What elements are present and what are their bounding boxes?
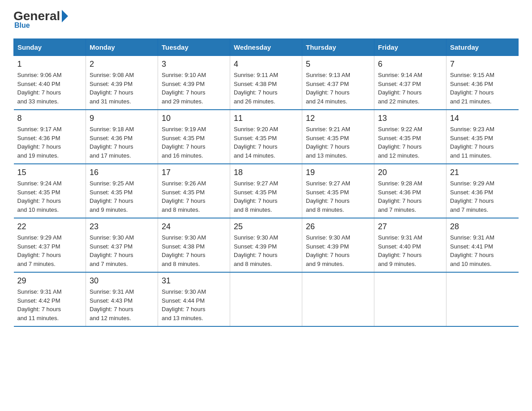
day-info: Sunrise: 9:26 AMSunset: 4:35 PMDaylight:… xyxy=(162,179,226,214)
calendar-day-cell: 3Sunrise: 9:10 AMSunset: 4:39 PMDaylight… xyxy=(158,56,230,110)
calendar-day-cell: 17Sunrise: 9:26 AMSunset: 4:35 PMDayligh… xyxy=(158,164,230,218)
calendar-day-cell: 15Sunrise: 9:24 AMSunset: 4:35 PMDayligh… xyxy=(14,164,86,218)
day-info: Sunrise: 9:31 AMSunset: 4:40 PMDaylight:… xyxy=(378,233,442,268)
day-info: Sunrise: 9:19 AMSunset: 4:35 PMDaylight:… xyxy=(162,125,226,160)
day-number: 20 xyxy=(378,168,442,177)
calendar-day-cell: 6Sunrise: 9:14 AMSunset: 4:37 PMDaylight… xyxy=(374,56,446,110)
day-number: 29 xyxy=(17,276,82,286)
day-number: 14 xyxy=(450,114,515,123)
day-info: Sunrise: 9:31 AMSunset: 4:43 PMDaylight:… xyxy=(90,287,154,322)
day-info: Sunrise: 9:30 AMSunset: 4:39 PMDaylight:… xyxy=(234,233,298,268)
calendar-day-cell: 21Sunrise: 9:29 AMSunset: 4:36 PMDayligh… xyxy=(446,164,519,218)
calendar-week-row: 29Sunrise: 9:31 AMSunset: 4:42 PMDayligh… xyxy=(14,272,519,326)
day-number: 6 xyxy=(378,60,442,69)
calendar-day-cell: 30Sunrise: 9:31 AMSunset: 4:43 PMDayligh… xyxy=(86,272,158,326)
day-info: Sunrise: 9:06 AMSunset: 4:40 PMDaylight:… xyxy=(17,71,82,106)
day-info: Sunrise: 9:10 AMSunset: 4:39 PMDaylight:… xyxy=(162,71,226,106)
column-header-monday: Monday xyxy=(86,39,158,56)
day-info: Sunrise: 9:14 AMSunset: 4:37 PMDaylight:… xyxy=(378,71,442,106)
day-number: 22 xyxy=(17,222,82,231)
day-number: 19 xyxy=(306,168,370,177)
day-info: Sunrise: 9:20 AMSunset: 4:35 PMDaylight:… xyxy=(234,125,298,160)
calendar-day-cell: 10Sunrise: 9:19 AMSunset: 4:35 PMDayligh… xyxy=(158,110,230,164)
calendar-day-cell: 16Sunrise: 9:25 AMSunset: 4:35 PMDayligh… xyxy=(86,164,158,218)
calendar-day-cell: 5Sunrise: 9:13 AMSunset: 4:37 PMDaylight… xyxy=(302,56,374,110)
column-header-saturday: Saturday xyxy=(446,39,519,56)
day-info: Sunrise: 9:11 AMSunset: 4:38 PMDaylight:… xyxy=(234,71,298,106)
day-number: 15 xyxy=(17,168,82,177)
logo: General Blue xyxy=(13,9,68,30)
day-number: 8 xyxy=(17,114,82,123)
day-info: Sunrise: 9:30 AMSunset: 4:37 PMDaylight:… xyxy=(90,233,154,268)
day-info: Sunrise: 9:30 AMSunset: 4:39 PMDaylight:… xyxy=(306,233,370,268)
day-info: Sunrise: 9:27 AMSunset: 4:35 PMDaylight:… xyxy=(234,179,298,214)
calendar-day-cell: 4Sunrise: 9:11 AMSunset: 4:38 PMDaylight… xyxy=(230,56,302,110)
calendar-day-cell: 24Sunrise: 9:30 AMSunset: 4:38 PMDayligh… xyxy=(158,218,230,272)
day-number: 3 xyxy=(162,60,226,69)
day-number: 4 xyxy=(234,60,298,69)
calendar-day-cell xyxy=(374,272,446,326)
day-info: Sunrise: 9:30 AMSunset: 4:44 PMDaylight:… xyxy=(162,287,226,322)
calendar-day-cell xyxy=(302,272,374,326)
calendar-week-row: 22Sunrise: 9:29 AMSunset: 4:37 PMDayligh… xyxy=(14,218,519,272)
calendar-day-cell: 8Sunrise: 9:17 AMSunset: 4:36 PMDaylight… xyxy=(14,110,86,164)
calendar-day-cell: 20Sunrise: 9:28 AMSunset: 4:36 PMDayligh… xyxy=(374,164,446,218)
day-number: 16 xyxy=(90,168,154,177)
day-number: 23 xyxy=(90,222,154,231)
day-info: Sunrise: 9:18 AMSunset: 4:36 PMDaylight:… xyxy=(90,125,154,160)
day-info: Sunrise: 9:31 AMSunset: 4:41 PMDaylight:… xyxy=(450,233,515,268)
day-number: 10 xyxy=(162,114,226,123)
column-header-wednesday: Wednesday xyxy=(230,39,302,56)
column-header-thursday: Thursday xyxy=(302,39,374,56)
day-number: 27 xyxy=(378,222,442,231)
calendar-day-cell: 22Sunrise: 9:29 AMSunset: 4:37 PMDayligh… xyxy=(14,218,86,272)
calendar-day-cell: 1Sunrise: 9:06 AMSunset: 4:40 PMDaylight… xyxy=(14,56,86,110)
calendar-day-cell: 23Sunrise: 9:30 AMSunset: 4:37 PMDayligh… xyxy=(86,218,158,272)
day-info: Sunrise: 9:22 AMSunset: 4:35 PMDaylight:… xyxy=(378,125,442,160)
day-number: 18 xyxy=(234,168,298,177)
day-number: 25 xyxy=(234,222,298,231)
day-number: 13 xyxy=(378,114,442,123)
page-header: General Blue xyxy=(13,9,519,30)
day-info: Sunrise: 9:29 AMSunset: 4:36 PMDaylight:… xyxy=(450,179,515,214)
day-info: Sunrise: 9:13 AMSunset: 4:37 PMDaylight:… xyxy=(306,71,370,106)
calendar-day-cell: 13Sunrise: 9:22 AMSunset: 4:35 PMDayligh… xyxy=(374,110,446,164)
day-number: 31 xyxy=(162,276,226,286)
day-number: 21 xyxy=(450,168,515,177)
calendar-day-cell: 26Sunrise: 9:30 AMSunset: 4:39 PMDayligh… xyxy=(302,218,374,272)
calendar-day-cell: 7Sunrise: 9:15 AMSunset: 4:36 PMDaylight… xyxy=(446,56,519,110)
day-number: 17 xyxy=(162,168,226,177)
day-number: 12 xyxy=(306,114,370,123)
day-number: 26 xyxy=(306,222,370,231)
day-number: 1 xyxy=(17,60,82,69)
calendar-day-cell: 29Sunrise: 9:31 AMSunset: 4:42 PMDayligh… xyxy=(14,272,86,326)
day-number: 24 xyxy=(162,222,226,231)
calendar-day-cell: 18Sunrise: 9:27 AMSunset: 4:35 PMDayligh… xyxy=(230,164,302,218)
calendar-day-cell: 31Sunrise: 9:30 AMSunset: 4:44 PMDayligh… xyxy=(158,272,230,326)
calendar-header-row: SundayMondayTuesdayWednesdayThursdayFrid… xyxy=(14,39,519,56)
calendar-day-cell: 19Sunrise: 9:27 AMSunset: 4:35 PMDayligh… xyxy=(302,164,374,218)
day-info: Sunrise: 9:25 AMSunset: 4:35 PMDaylight:… xyxy=(90,179,154,214)
logo-triangle-icon xyxy=(62,10,68,22)
day-info: Sunrise: 9:24 AMSunset: 4:35 PMDaylight:… xyxy=(17,179,82,214)
calendar-day-cell xyxy=(230,272,302,326)
day-info: Sunrise: 9:29 AMSunset: 4:37 PMDaylight:… xyxy=(17,233,82,268)
day-info: Sunrise: 9:23 AMSunset: 4:35 PMDaylight:… xyxy=(450,125,515,160)
calendar-day-cell: 11Sunrise: 9:20 AMSunset: 4:35 PMDayligh… xyxy=(230,110,302,164)
calendar-week-row: 15Sunrise: 9:24 AMSunset: 4:35 PMDayligh… xyxy=(14,164,519,218)
calendar-day-cell: 12Sunrise: 9:21 AMSunset: 4:35 PMDayligh… xyxy=(302,110,374,164)
calendar-day-cell: 2Sunrise: 9:08 AMSunset: 4:39 PMDaylight… xyxy=(86,56,158,110)
calendar-day-cell xyxy=(446,272,519,326)
calendar-week-row: 1Sunrise: 9:06 AMSunset: 4:40 PMDaylight… xyxy=(14,56,519,110)
calendar-week-row: 8Sunrise: 9:17 AMSunset: 4:36 PMDaylight… xyxy=(14,110,519,164)
calendar-day-cell: 14Sunrise: 9:23 AMSunset: 4:35 PMDayligh… xyxy=(446,110,519,164)
day-number: 2 xyxy=(90,60,154,69)
calendar-day-cell: 25Sunrise: 9:30 AMSunset: 4:39 PMDayligh… xyxy=(230,218,302,272)
day-info: Sunrise: 9:27 AMSunset: 4:35 PMDaylight:… xyxy=(306,179,370,214)
calendar-day-cell: 9Sunrise: 9:18 AMSunset: 4:36 PMDaylight… xyxy=(86,110,158,164)
day-info: Sunrise: 9:30 AMSunset: 4:38 PMDaylight:… xyxy=(162,233,226,268)
column-header-sunday: Sunday xyxy=(14,39,86,56)
day-number: 30 xyxy=(90,276,154,286)
day-number: 28 xyxy=(450,222,515,231)
day-info: Sunrise: 9:28 AMSunset: 4:36 PMDaylight:… xyxy=(378,179,442,214)
